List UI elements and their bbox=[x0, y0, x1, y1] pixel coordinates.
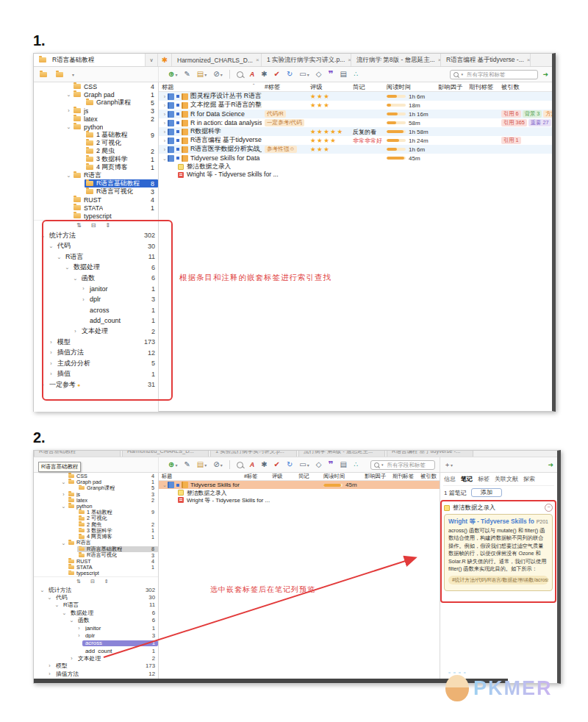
tag-row[interactable]: › 插值方法 12 bbox=[34, 348, 158, 359]
note-tag-pill[interactable]: #统计方法/代码/R语言/数据处理/函数/across bbox=[448, 576, 548, 585]
new-library-icon[interactable] bbox=[56, 72, 63, 77]
collection-row[interactable]: 3 数据科学 1 bbox=[34, 155, 158, 163]
expand-arrow-icon[interactable]: › bbox=[68, 656, 75, 661]
new-note-icon[interactable]: ▤ ▾ bbox=[197, 71, 207, 78]
search-input[interactable] bbox=[465, 71, 534, 79]
collection-row[interactable]: R语言可视化 3 bbox=[34, 552, 158, 558]
tag-row[interactable]: ⌄ 代码 30 bbox=[34, 593, 158, 601]
document-tab[interactable]: R语言基础教程 bbox=[34, 451, 121, 457]
expand-arrow-icon[interactable]: › bbox=[46, 663, 53, 668]
graph-icon[interactable]: ∴ bbox=[354, 71, 358, 78]
collection-row[interactable]: CSS 4 bbox=[34, 82, 158, 90]
collection-row[interactable]: typescript bbox=[34, 212, 158, 220]
note-title-link[interactable]: Wright 等 - Tidyverse Skills for Dat... bbox=[448, 518, 534, 526]
document-tab[interactable]: 1 实验流行病学实习讲义.p... × bbox=[262, 54, 351, 66]
notes-pane-icon[interactable]: ▭ ▾ bbox=[299, 71, 309, 78]
expand-arrow-icon[interactable]: › bbox=[80, 286, 87, 291]
item-row[interactable]: › R语言医学数据分析实战_赵军.p... 参考性强☺ ★★★ 1h 6m bbox=[159, 145, 552, 154]
tag-row[interactable]: › 插值 1 bbox=[34, 369, 158, 380]
note-preview-card[interactable]: Wright 等 - Tidyverse Skills for Dat... P… bbox=[444, 514, 553, 591]
sync-icon[interactable]: ↻ bbox=[287, 461, 293, 468]
expand-arrow-icon[interactable]: ⌄ bbox=[40, 233, 46, 238]
notes-pane-icon[interactable]: ▭ ▾ bbox=[299, 461, 309, 468]
toolbar-divider[interactable] bbox=[229, 70, 230, 79]
item-row[interactable]: › R in action: data analysis and... 一定参考… bbox=[159, 118, 552, 127]
tag-row[interactable]: ⌄ R语言 11 bbox=[34, 601, 158, 609]
expand-panel-icon[interactable]: ➜ bbox=[542, 71, 548, 78]
expand-arrow-icon[interactable]: › bbox=[162, 138, 168, 143]
collection-row[interactable]: R语言基础教程 8 bbox=[34, 546, 158, 552]
panel-tab[interactable]: 探索 bbox=[523, 475, 535, 483]
item-row[interactable]: › 图灵程序设计丛书 R语言实战 ... ★★★ 1h 6m bbox=[159, 92, 552, 101]
document-tab[interactable]: 流行病学 第8版 - 詹思延主... bbox=[298, 451, 385, 457]
search-input[interactable] bbox=[386, 461, 431, 469]
column-header[interactable]: 期刊标签 bbox=[466, 83, 498, 91]
expand-arrow-icon[interactable]: ⌄ bbox=[68, 618, 75, 623]
tag-row[interactable]: › 文本处理 2 bbox=[34, 326, 158, 337]
collection-row[interactable]: 4 网页博客 1 bbox=[34, 163, 158, 171]
note-list-item[interactable]: 整洁数据之录入 − bbox=[444, 503, 553, 512]
tag-row[interactable]: › janitor 1 bbox=[34, 624, 158, 632]
item-row[interactable]: › R数据科学 ★★★★★ 反复的看 1h 58m bbox=[159, 127, 552, 136]
tag-collapse-icon[interactable]: ⇕ bbox=[104, 579, 109, 585]
advanced-search-icon[interactable] bbox=[237, 71, 243, 78]
tag-tree-icon[interactable]: ⊟ bbox=[90, 579, 95, 585]
expand-arrow-icon[interactable]: ⌄ bbox=[64, 265, 71, 270]
panel-add-caret[interactable]: ▾ bbox=[451, 462, 453, 468]
document-tab[interactable]: 流行病学 第8版 - 詹思延主... × bbox=[351, 54, 441, 66]
add-by-identifier-icon[interactable]: ✎ bbox=[184, 71, 190, 78]
column-header[interactable]: 影响因子 bbox=[362, 473, 390, 480]
collection-row[interactable]: 2 可视化 bbox=[34, 515, 158, 521]
expand-arrow-icon[interactable]: ⌄ bbox=[39, 587, 46, 593]
collection-row[interactable]: ⌄ Graph pad 1 bbox=[34, 90, 158, 99]
collection-row[interactable]: latex 2 bbox=[34, 115, 158, 123]
search-scope-caret[interactable]: ▾ bbox=[461, 72, 463, 76]
settings-gear-icon[interactable]: ✱ bbox=[261, 71, 267, 78]
column-header[interactable]: 阅读时间 bbox=[320, 473, 362, 480]
item-row[interactable]: ⌄ Tidyverse Skills for Data Scie... 45m bbox=[159, 154, 552, 162]
cite-icon[interactable]: ❞ bbox=[329, 70, 334, 79]
collection-row[interactable]: 2 可视化 bbox=[34, 139, 158, 147]
cite-icon[interactable]: ❞ bbox=[329, 460, 334, 469]
expand-arrow-icon[interactable]: ⌄ bbox=[65, 124, 72, 129]
tag-sort-icon[interactable]: ⇅ bbox=[76, 579, 81, 585]
collection-row[interactable]: ⌄ python bbox=[34, 123, 158, 131]
tag-row[interactable]: › dplr 3 bbox=[34, 294, 158, 305]
expand-arrow-icon[interactable]: › bbox=[60, 492, 67, 497]
expand-arrow-icon[interactable]: › bbox=[162, 147, 168, 152]
expand-arrow-icon[interactable]: › bbox=[65, 108, 72, 113]
item-row[interactable]: › R for Data Science 代码/R 1h 16m bbox=[159, 110, 552, 118]
collection-row[interactable]: STATA 1 bbox=[34, 564, 158, 570]
item-row[interactable]: › 文本挖掘 基于R语言的整洁工具 ★★★ 18m bbox=[159, 101, 552, 110]
new-item-icon[interactable]: ⊕ ▾ bbox=[168, 71, 177, 78]
collection-row[interactable]: 4 网页博客 1 bbox=[34, 534, 158, 540]
new-item-icon[interactable]: ⊕ ▾ bbox=[168, 461, 177, 468]
expand-arrow-icon[interactable]: ⌄ bbox=[65, 92, 72, 97]
star-rating[interactable]: ★★★★ bbox=[310, 137, 337, 144]
expand-arrow-icon[interactable]: › bbox=[76, 626, 82, 631]
expand-arrow-icon[interactable]: › bbox=[72, 329, 79, 334]
column-header[interactable]: 评级 bbox=[269, 473, 295, 480]
star-rating[interactable]: ★★★ bbox=[310, 146, 330, 153]
collection-row[interactable]: ⌄ R语言 bbox=[34, 171, 158, 179]
new-collection-icon[interactable] bbox=[40, 72, 47, 77]
advanced-search-icon[interactable] bbox=[237, 462, 243, 468]
column-header[interactable]: 阅读时间 bbox=[384, 83, 435, 91]
tag-row[interactable]: across 1 bbox=[34, 305, 158, 316]
attachment-row[interactable]: 整洁数据之录入 bbox=[159, 162, 552, 171]
tag-row[interactable]: ⌄ 数据处理 6 bbox=[34, 262, 158, 274]
expand-arrow-icon[interactable]: › bbox=[162, 103, 168, 108]
expand-arrow-icon[interactable]: ⌄ bbox=[48, 243, 54, 249]
document-tab[interactable]: Harmonized_CHARLS_D... × bbox=[172, 54, 262, 66]
tag-row[interactable]: › 模型 173 bbox=[34, 662, 158, 670]
report-icon[interactable]: ▤ bbox=[340, 461, 347, 468]
tag-row[interactable]: ⌄ 代码 30 bbox=[34, 241, 158, 252]
search-scope-caret[interactable]: ▾ bbox=[381, 462, 384, 467]
tag-row[interactable]: › janitor 1 bbox=[34, 284, 158, 295]
collection-row[interactable]: › js 3 bbox=[34, 107, 158, 115]
expand-arrow-icon[interactable]: › bbox=[162, 112, 168, 117]
collection-row[interactable]: ⌄ Graph pad 1 bbox=[34, 479, 158, 485]
collection-row[interactable]: R语言基础教程 8 bbox=[34, 179, 158, 187]
library-caret-icon[interactable]: ▾ bbox=[72, 72, 74, 77]
star-rating[interactable]: ★★★★★ bbox=[310, 128, 344, 135]
